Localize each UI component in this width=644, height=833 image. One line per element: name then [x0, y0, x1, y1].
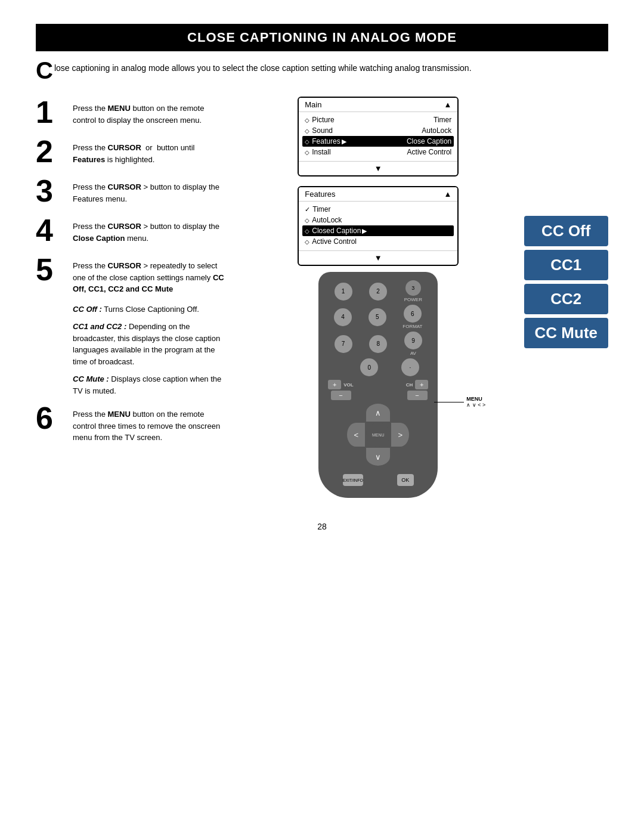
menu-row-autolock: ◇AutoLock — [305, 215, 451, 225]
remote-btn-3[interactable]: 3 — [405, 280, 421, 296]
remote-btn-9[interactable]: 9 — [404, 332, 422, 349]
nav-empty-tl — [347, 404, 365, 422]
cc-off-box: CC Off — [524, 216, 608, 246]
menu-item-timer: Timer — [434, 116, 451, 124]
remote-control: 1 2 3 POWER — [318, 272, 438, 498]
menu-item-active-control-feat: ◇Active Control — [305, 237, 357, 246]
menu-item-picture: ◇Picture — [305, 116, 334, 124]
vol-plus-btn[interactable]: + — [328, 380, 341, 389]
menu-callout-label: MENU — [466, 396, 485, 402]
exit-info-btn[interactable]: EXIT/INFO — [343, 474, 363, 486]
menu-item-install: ◇Install — [305, 148, 330, 156]
cc1-cc2-desc: CC1 and CC2 : Depending on the broadcast… — [73, 321, 227, 367]
remote-btn-1[interactable]: 1 — [335, 283, 352, 301]
step-4-text: Press the CURSOR > button to display the… — [73, 215, 227, 244]
menu-row-sound: ◇Sound AutoLock — [305, 125, 451, 136]
step-4-number: 4 — [36, 215, 66, 246]
step-1: 1 Press the MENU button on the remote co… — [36, 97, 227, 128]
format-label: FORMAT — [402, 324, 422, 329]
intro-paragraph: C lose captioning in analog mode allows … — [36, 62, 608, 82]
intro-text: lose captioning in analog mode allows yo… — [54, 62, 472, 75]
menu-header-arrow-up: ▲ — [444, 100, 451, 109]
menu-row-picture: ◇Picture Timer — [305, 114, 451, 125]
menu-item-close-caption: Close Caption — [407, 137, 451, 145]
step-2-text: Press the CURSOR or button until Feature… — [73, 136, 227, 165]
remote-btn-7[interactable]: 7 — [335, 335, 352, 353]
ok-btn[interactable]: OK — [397, 474, 414, 486]
diamond-icon-2: ◇ — [305, 128, 309, 134]
page-number: 28 — [36, 522, 608, 531]
menu-body-main: ◇Picture Timer ◇Sound AutoLock — [299, 112, 457, 161]
features-arrow: ▶ — [342, 138, 346, 145]
steps-column: 1 Press the MENU button on the remote co… — [36, 97, 227, 498]
features-menu-panel: Features ▲ ✓Timer ◇AutoLock — [298, 186, 459, 266]
step-6: 6 Press the MENU button on the remote co… — [36, 402, 227, 444]
cc1-box: CC1 — [524, 250, 608, 280]
menu-item-closed-caption: ◇Closed Caption▶ — [305, 227, 367, 235]
nav-cross: ∧ < MENU > ∨ — [347, 404, 409, 466]
nav-left-btn[interactable]: < — [347, 423, 365, 447]
nav-callout-label: ∧ ∨ < > — [466, 402, 485, 408]
step-3: 3 Press the CURSOR > button to display t… — [36, 175, 227, 206]
nav-empty-bl — [347, 448, 365, 466]
features-header-title: Features — [305, 190, 335, 199]
ch-minus-btn[interactable]: − — [407, 391, 428, 400]
cc-sidebar: CC Off CC1 CC2 CC Mute — [524, 97, 608, 348]
menu-footer-features: ▼ — [299, 250, 457, 265]
menus-remote-col: Main ▲ ◇Picture Timer — [239, 97, 518, 498]
menu-footer-main: ▼ — [299, 161, 457, 175]
menu-item-features: ◇Features▶ — [305, 137, 346, 145]
diamond-icon-3: ◇ — [305, 138, 309, 145]
nav-up-btn[interactable]: ∧ — [366, 404, 390, 422]
menu-item-active-control: Active Control — [407, 148, 452, 156]
remote-btn-5[interactable]: 5 — [369, 308, 386, 326]
nav-empty-br — [391, 448, 409, 466]
remote-btn-8[interactable]: 8 — [369, 335, 387, 353]
nav-menu-btn[interactable]: MENU — [366, 423, 390, 447]
vol-minus-btn[interactable]: − — [331, 391, 351, 400]
check-icon: ✓ — [305, 206, 310, 213]
remote-btn-0[interactable]: 0 — [360, 358, 378, 376]
diamond-icon-5: ◇ — [305, 217, 309, 224]
right-column: Main ▲ ◇Picture Timer — [239, 97, 608, 498]
ch-label: CH — [406, 382, 413, 388]
features-header-arrow: ▲ — [444, 190, 451, 199]
cc-mute-box: CC Mute — [524, 318, 608, 348]
page-title: CLOSE CAPTIONING IN ANALOG MODE — [36, 24, 608, 51]
remote-btn-6[interactable]: 6 — [404, 305, 422, 323]
step-5-text: Press the CURSOR > repeatedly to select … — [73, 254, 227, 295]
vol-block: + VOL − — [328, 380, 353, 400]
step-3-text: Press the CURSOR > button to display the… — [73, 175, 227, 205]
diamond-icon-4: ◇ — [305, 149, 309, 156]
remote-btn-4[interactable]: 4 — [334, 308, 352, 326]
ch-plus-btn[interactable]: + — [415, 380, 428, 389]
menu-row-timer: ✓Timer — [305, 204, 451, 215]
remote-row-1: 1 2 3 POWER — [326, 280, 431, 302]
menu-item-autolock: AutoLock — [422, 126, 451, 135]
diamond-icon-6: ◇ — [305, 228, 309, 234]
step-4: 4 Press the CURSOR > button to display t… — [36, 215, 227, 246]
menu-row-install: ◇Install Active Control — [305, 147, 451, 157]
nav-empty-tr — [391, 404, 409, 422]
menu-header-features: Features ▲ — [299, 187, 457, 202]
remote-row-0: 0 · — [326, 358, 431, 376]
step-2: 2 Press the CURSOR or button until Featu… — [36, 136, 227, 167]
menu-row-active-control: ◇Active Control — [305, 236, 451, 247]
remote-btn-dot[interactable]: · — [401, 358, 419, 376]
step-6-number: 6 — [36, 402, 66, 433]
nav-down-btn[interactable]: ∨ — [366, 448, 390, 466]
step-3-number: 3 — [36, 175, 66, 206]
menu-row-closed-caption: ◇Closed Caption▶ — [302, 225, 454, 236]
menu-item-timer-feat: ✓Timer — [305, 205, 330, 213]
remote-row-3: 7 8 9 AV — [326, 332, 431, 356]
av-label: AV — [404, 351, 422, 356]
nav-right-btn[interactable]: > — [391, 423, 409, 447]
power-label: POWER — [404, 297, 422, 302]
step-5: 5 Press the CURSOR > repeatedly to selec… — [36, 254, 227, 295]
cc-mute-desc: CC Mute : Displays close caption when th… — [73, 373, 227, 397]
cc-arrow: ▶ — [362, 227, 367, 235]
cc2-box: CC2 — [524, 284, 608, 314]
menu-row-features: ◇Features▶ Close Caption — [302, 136, 454, 147]
remote-btn-2[interactable]: 2 — [369, 283, 387, 301]
remote-row-2: 4 5 6 FORMAT — [326, 305, 431, 329]
